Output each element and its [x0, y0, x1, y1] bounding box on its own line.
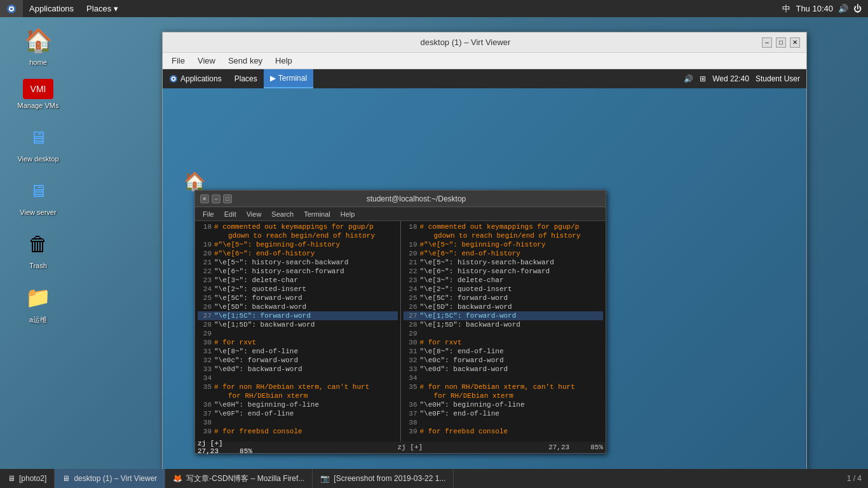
home-icon-label: home — [29, 58, 47, 66]
terminal-body[interactable]: 18# commented out keymappings for pgup/p… — [195, 221, 606, 442]
trash-icon: 🗑 — [23, 229, 53, 259]
manage-vms-label: Manage VMs — [18, 102, 59, 109]
vm-volume-icon[interactable]: 🔊 — [684, 74, 693, 83]
virt-viewer-window: desktop (1) – Virt Viewer – □ ✕ File Vie… — [162, 32, 807, 477]
terminal-title: student@localhost:~/Desktop — [232, 194, 600, 203]
yunwei-folder-icon: 📁 — [23, 282, 53, 313]
bottom-taskbar: 🖥 [photo2] 🖥 desktop (1) – Virt Viewer 🦊… — [0, 469, 868, 488]
virt-viewer-content: Applications Places ▶ Terminal 🔊 ⊞ Wed 2… — [163, 69, 806, 476]
term-menu-view[interactable]: View — [243, 210, 266, 219]
vm-fedora-icon — [169, 74, 178, 83]
vv-menu-view[interactable]: View — [193, 55, 220, 67]
desktop-icon-view-server[interactable]: 🖥 View server — [13, 175, 64, 216]
vm-home-icon[interactable]: 🏠 — [175, 171, 214, 192]
term-close-btn[interactable]: ✕ — [200, 194, 209, 203]
term-status-right: zj [+] 27,23 85% — [398, 444, 604, 451]
vm-desktop-area: 🏠 ✕ – □ student@localhost:~/Desktop File — [163, 88, 806, 476]
view-server-label: View server — [20, 208, 56, 216]
vm-taskbar-right: 🔊 ⊞ Wed 22:40 Student User — [684, 74, 806, 83]
taskbar-item-photo2[interactable]: 🖥 [photo2] — [0, 469, 55, 488]
firefox-icon: 🦊 — [173, 474, 182, 483]
manage-vms-icon: VMI — [23, 79, 53, 99]
fedora-logo — [0, 0, 23, 17]
vv-menu-help[interactable]: Help — [270, 55, 297, 67]
datetime-display: Thu 10:40 — [796, 4, 833, 13]
desktop-icons-area: 🏠 home VMI Manage VMs 🖥 View desktop 🖥 V… — [13, 25, 64, 325]
desktop-icon-home[interactable]: 🏠 home — [13, 25, 64, 66]
bottom-taskbar-left: 🖥 [photo2] 🖥 desktop (1) – Virt Viewer 🦊… — [0, 469, 454, 488]
desktop: Applications Places ▾ 中 Thu 10:40 🔊 ⏻ 🏠 … — [0, 0, 868, 488]
window-controls: – □ ✕ — [762, 37, 800, 48]
bottom-taskbar-right: 1 / 4 — [847, 474, 868, 483]
maximize-button[interactable]: □ — [776, 37, 786, 48]
vm-terminal-btn[interactable]: ▶ Terminal — [264, 69, 313, 88]
vm-taskbar-left: Applications Places ▶ Terminal — [163, 69, 313, 88]
vm-places-btn[interactable]: Places — [228, 69, 264, 88]
view-desktop-icon: 🖥 — [23, 122, 53, 152]
desktop-icon-yunwei[interactable]: 📁 a运维 — [13, 282, 64, 325]
virt-viewer-menubar: File View Send key Help — [163, 53, 806, 69]
term-menu-terminal[interactable]: Terminal — [300, 210, 334, 219]
term-menu-file[interactable]: File — [199, 210, 218, 219]
terminal-left-pane[interactable]: 18# commented out keymappings for pgup/p… — [195, 221, 401, 442]
photo2-monitor-icon: 🖥 — [8, 474, 15, 483]
term-maximize-btn[interactable]: □ — [223, 194, 232, 203]
vm-user: Student User — [756, 74, 800, 83]
view-desktop-label: View desktop — [17, 155, 58, 163]
terminal-menubar: File Edit View Search Terminal Help — [195, 207, 606, 221]
terminal-window: ✕ – □ student@localhost:~/Desktop File E… — [194, 190, 606, 454]
taskbar-item-screenshot[interactable]: 📷 [Screenshot from 2019-03-22 1... — [313, 469, 454, 488]
volume-icon[interactable]: 🔊 — [838, 4, 848, 13]
top-taskbar: Applications Places ▾ 中 Thu 10:40 🔊 ⏻ — [0, 0, 868, 17]
desktop-icon-view-desktop[interactable]: 🖥 View desktop — [13, 122, 64, 163]
term-window-btns: ✕ – □ — [200, 194, 232, 203]
term-minimize-btn[interactable]: – — [212, 194, 220, 203]
terminal-titlebar: ✕ – □ student@localhost:~/Desktop — [195, 191, 606, 207]
places-menu-button[interactable]: Places ▾ — [80, 0, 125, 17]
svg-point-5 — [172, 78, 175, 80]
power-icon[interactable]: ⏻ — [853, 4, 862, 13]
vm-datetime: Wed 22:40 — [712, 74, 749, 83]
virt-viewer-monitor-icon: 🖥 — [62, 474, 70, 483]
term-menu-help[interactable]: Help — [337, 210, 359, 219]
term-status-left: zj [+] 27,23 85% — [198, 440, 398, 455]
virt-viewer-titlebar: desktop (1) – Virt Viewer – □ ✕ — [163, 32, 806, 53]
view-server-icon: 🖥 — [23, 175, 53, 206]
term-menu-search[interactable]: Search — [268, 210, 297, 219]
yunwei-label: a运维 — [29, 315, 47, 325]
screenshot-icon: 📷 — [320, 474, 330, 483]
taskbar-right: 中 Thu 10:40 🔊 ⏻ — [782, 3, 868, 15]
lang-indicator[interactable]: 中 — [782, 3, 790, 15]
taskbar-item-virt-viewer[interactable]: 🖥 desktop (1) – Virt Viewer — [55, 469, 165, 488]
taskbar-left: Applications Places ▾ — [0, 0, 125, 17]
desktop-icon-trash[interactable]: 🗑 Trash — [13, 229, 64, 269]
minimize-button[interactable]: – — [762, 37, 772, 48]
pager-display: 1 / 4 — [847, 474, 862, 483]
vv-menu-file[interactable]: File — [166, 55, 190, 67]
terminal-statusbar: zj [+] 27,23 85% zj [+] — [195, 442, 606, 453]
home-icon: 🏠 — [23, 25, 53, 56]
vm-taskbar: Applications Places ▶ Terminal 🔊 ⊞ Wed 2… — [163, 69, 806, 88]
desktop-icon-manage-vms[interactable]: VMI Manage VMs — [13, 79, 64, 109]
vm-applications-btn[interactable]: Applications — [163, 69, 228, 88]
applications-menu-button[interactable]: Applications — [23, 0, 80, 17]
virt-viewer-title: desktop (1) – Virt Viewer — [169, 37, 762, 47]
vm-home-folder-icon: 🏠 — [184, 171, 206, 192]
terminal-right-pane[interactable]: 18# commented out keymappings for pgup/p… — [401, 221, 606, 442]
trash-label: Trash — [29, 262, 47, 269]
close-button[interactable]: ✕ — [790, 37, 800, 48]
taskbar-item-firefox[interactable]: 🦊 写文章-CSDN博客 – Mozilla Firef... — [165, 469, 313, 488]
term-menu-edit[interactable]: Edit — [220, 210, 240, 219]
svg-point-2 — [10, 8, 13, 10]
vv-menu-sendkey[interactable]: Send key — [223, 55, 268, 67]
vm-network-icon: ⊞ — [700, 74, 706, 83]
